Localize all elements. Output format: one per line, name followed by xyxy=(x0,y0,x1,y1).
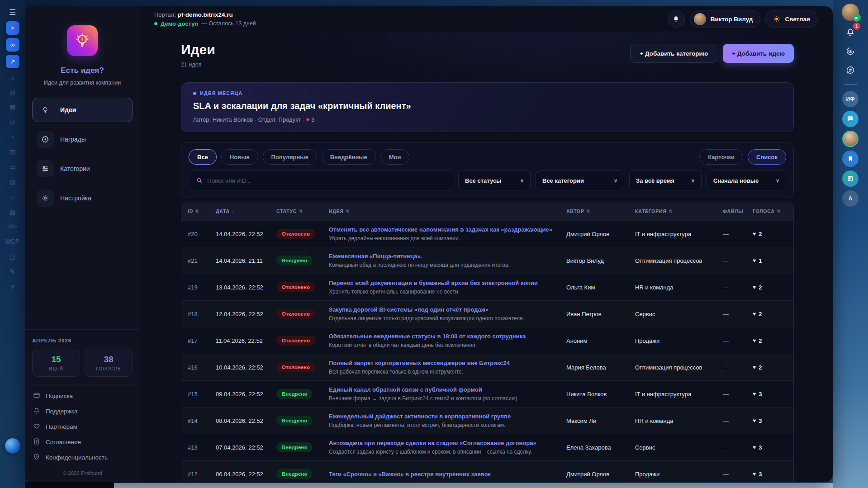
theme-toggle[interactable]: Светлая xyxy=(765,10,818,28)
idea-row[interactable]: #1206.04.2026, 22:52ВнедреноТеги «Срочно… xyxy=(181,460,793,482)
globe-avatar[interactable] xyxy=(5,438,20,454)
chevron-down-icon: ∨ xyxy=(614,178,617,184)
add-category-button[interactable]: + Добавить категорию xyxy=(630,44,717,63)
photo-icon[interactable]: ▧ xyxy=(6,206,19,218)
column-header-id[interactable]: ID⇅ xyxy=(181,208,216,214)
screen-icon[interactable]: ▭ xyxy=(6,161,19,173)
target-icon[interactable]: ◎ xyxy=(6,86,19,98)
category-select[interactable]: Все категории∨ xyxy=(536,171,624,190)
doc-icon[interactable]: ▢ xyxy=(6,251,19,262)
column-header-автор[interactable]: АВТОР⇅ xyxy=(566,208,635,214)
idea-title-link[interactable]: Еженедельный дайджест активности в корпо… xyxy=(329,413,560,420)
column-header-категория[interactable]: КАТЕГОРИЯ⇅ xyxy=(635,208,723,214)
contact-avatar[interactable] xyxy=(842,131,859,147)
chart-icon[interactable]: ▥ xyxy=(6,146,19,158)
idea-author: Никита Волков xyxy=(566,391,635,398)
copilot-icon[interactable] xyxy=(843,43,858,59)
home-icon[interactable]: ⌂ xyxy=(6,71,19,83)
idea-status: Отклонено xyxy=(276,309,329,319)
idea-of-month-banner[interactable]: ИДЕЯ МЕСЯЦА SLA и эскалации для задач «к… xyxy=(181,82,794,132)
filter-tab-0[interactable]: Все xyxy=(189,149,217,165)
news-feed-icon[interactable] xyxy=(842,171,859,187)
idea-title-link[interactable]: Отменить все автоматические напоминания … xyxy=(329,226,560,233)
idea-votes: ♥3 xyxy=(753,471,793,478)
external-link-tile[interactable]: ↗ xyxy=(6,55,19,68)
filter-tab-2[interactable]: Популярные xyxy=(263,149,317,165)
view-cards-button[interactable]: Карточки xyxy=(699,149,743,165)
idea-title-link[interactable]: Теги «Срочно» и «Важно» в реестре внутре… xyxy=(329,471,560,478)
view-list-button[interactable]: Список xyxy=(748,149,786,165)
bell-icon xyxy=(672,15,680,23)
initials-avatar[interactable]: ИФ xyxy=(842,91,859,107)
sidebar-item-gear[interactable]: Настройка xyxy=(32,186,133,210)
idea-author: Иван Петров xyxy=(566,311,635,317)
messenger-icon[interactable] xyxy=(842,111,859,127)
user-chip[interactable]: Виктор Вилуд xyxy=(690,10,761,28)
idea-category: Продажи xyxy=(635,337,723,344)
idea-title-link[interactable]: Ежемесячная «Пицца-пятница». xyxy=(329,253,560,260)
idea-row[interactable]: #1408.04.2026, 22:52ВнедреноЕженедельный… xyxy=(181,407,793,434)
idea-row[interactable]: #1509.04.2026, 22:52ВнедреноЕдиный канал… xyxy=(181,380,793,407)
sidebar-item-sliders[interactable]: Категории xyxy=(32,156,133,181)
idea-status: Отклонено xyxy=(276,229,329,239)
status-select[interactable]: Все статусы∨ xyxy=(458,171,531,190)
idea-title-link[interactable]: Закупка дорогой BI-системы «под один отч… xyxy=(329,306,560,313)
tasks-icon[interactable]: ☑ xyxy=(6,116,19,128)
idea-title-link[interactable]: Единый канал обратной связи с публичной … xyxy=(329,386,560,393)
bookmark-icon[interactable] xyxy=(842,151,859,167)
idea-author: Елена Захарова xyxy=(566,444,635,451)
status-badge: Внедрено xyxy=(276,442,313,452)
chevron-down-icon[interactable]: ∨ xyxy=(6,280,19,292)
column-header-идея[interactable]: ИДЕЯ⇅ xyxy=(329,208,566,214)
chat-history-icon[interactable] xyxy=(843,62,858,78)
filter-tab-1[interactable]: Новые xyxy=(221,149,258,165)
header-bell-button[interactable] xyxy=(668,10,685,28)
filter-tab-4[interactable]: Мои xyxy=(380,149,410,165)
idea-row[interactable]: #1711.04.2026, 22:52ОтклоненоОбязательны… xyxy=(181,327,793,354)
column-header-голоса[interactable]: ГОЛОСА⇅ xyxy=(753,208,793,214)
people-icon[interactable]: ○ xyxy=(6,191,19,203)
footer-link-doc[interactable]: Соглашение xyxy=(33,438,132,446)
sidebar-item-bulb[interactable]: Идеи xyxy=(32,98,133,122)
close-tile[interactable]: × xyxy=(6,21,19,35)
idea-row[interactable]: #1610.04.2026, 22:52ОтклоненоПолный запр… xyxy=(181,354,793,380)
column-header-статус[interactable]: СТАТУС⇅ xyxy=(276,208,329,214)
mcp-label[interactable]: MCP xyxy=(6,236,19,247)
footer-link-bell[interactable]: Поддержка xyxy=(33,407,132,416)
idea-title-link[interactable]: Обязательные ежедневные статусы в 18:00 … xyxy=(329,333,560,340)
idea-files: — xyxy=(723,417,753,424)
idea-author: Максим Ли xyxy=(566,417,635,424)
footer-link-label: Соглашение xyxy=(46,439,81,445)
link-tile[interactable]: ∞ xyxy=(6,38,19,52)
menu-icon[interactable]: ☰ xyxy=(6,6,19,18)
list-icon[interactable]: ▤ xyxy=(6,101,19,113)
add-idea-button[interactable]: + Добавить идею xyxy=(723,44,794,63)
column-header-дата[interactable]: ДАТА↓ xyxy=(216,208,276,214)
search-input[interactable] xyxy=(207,177,446,184)
idea-row[interactable]: #1913.04.2026, 22:52ОтклоненоПеренос все… xyxy=(181,274,793,300)
footer-link-shield[interactable]: Конфиденциальность xyxy=(33,453,132,462)
idea-row[interactable]: #1307.04.2026, 22:52ВнедреноАвтозадача п… xyxy=(181,434,793,460)
idea-row[interactable]: #2114.04.2026, 21:11ВнедреноЕжемесячная … xyxy=(181,247,793,274)
idea-id: #21 xyxy=(181,257,216,264)
user-avatar-status[interactable]: ▶ xyxy=(842,4,859,21)
pie-icon[interactable]: ◔ xyxy=(6,131,19,143)
idea-row[interactable]: #1812.04.2026, 22:52ОтклоненоЗакупка дор… xyxy=(181,300,793,327)
idea-row[interactable]: #2014.04.2026, 22:52ОтклоненоОтменить вс… xyxy=(181,220,793,247)
notifications-bell-icon[interactable]: 1 xyxy=(843,24,858,40)
idea-title-link[interactable]: Перенос всей документации в бумажный арх… xyxy=(329,280,560,286)
edit-icon[interactable]: ✎ xyxy=(6,265,19,277)
idea-title-link[interactable]: Автозадача при переходе сделки на стадию… xyxy=(329,440,560,446)
apps-icon[interactable]: ▦ xyxy=(6,176,19,188)
sort-select[interactable]: Сначала новые∨ xyxy=(707,171,786,190)
filter-tab-3[interactable]: Внедрённые xyxy=(322,149,376,165)
code-icon[interactable]: </> xyxy=(6,221,19,232)
footer-link-heart[interactable]: Партнёрам xyxy=(33,422,132,431)
letter-avatar[interactable]: А xyxy=(842,190,859,207)
idea-category: Продажи xyxy=(635,471,723,478)
period-select[interactable]: За всё время∨ xyxy=(629,171,702,190)
footer-link-card[interactable]: Подписка xyxy=(33,392,132,400)
sidebar-item-award[interactable]: Награды xyxy=(32,127,133,152)
idea-title-link[interactable]: Полный запрет корпоративных мессенджеров… xyxy=(329,360,560,366)
idea-category: Сервис xyxy=(635,444,723,451)
